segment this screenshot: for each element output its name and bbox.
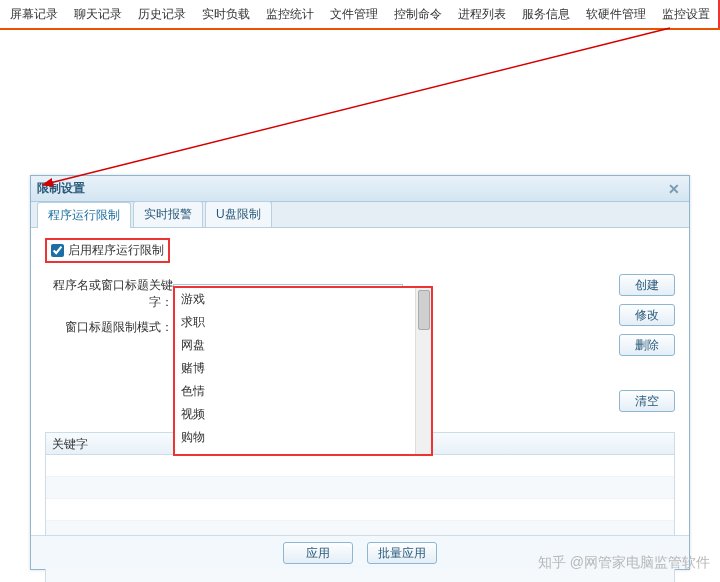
table-row[interactable] [46, 477, 674, 499]
top-menu-item[interactable]: 文件管理 [322, 0, 386, 28]
create-button[interactable]: 创建 [619, 274, 675, 296]
enable-checkbox-label: 启用程序运行限制 [68, 242, 164, 259]
mode-label: 窗口标题限制模式： [45, 319, 173, 336]
top-menu-item[interactable]: 历史记录 [130, 0, 194, 28]
side-buttons: 创建 修改 删除 清空 [619, 274, 675, 412]
enable-program-restrict-checkbox[interactable]: 启用程序运行限制 [45, 238, 170, 263]
top-menu-item[interactable]: 监控设置 [654, 0, 718, 28]
enable-checkbox-input[interactable] [51, 244, 64, 257]
dialog-title: 限制设置 [37, 180, 85, 197]
svg-line-0 [50, 28, 670, 183]
top-menu-item[interactable]: 屏幕记录 [2, 0, 66, 28]
dropdown-list: 游戏求职网盘赌博色情视频购物自定义... [175, 288, 415, 454]
delete-button[interactable]: 删除 [619, 334, 675, 356]
dropdown-item[interactable]: 赌博 [175, 357, 415, 380]
top-menu-item[interactable]: 控制命令 [386, 0, 450, 28]
dialog-tab[interactable]: 程序运行限制 [37, 202, 131, 228]
dropdown-item[interactable]: 色情 [175, 380, 415, 403]
dialog-content: 启用程序运行限制 程序名或窗口标题关键字： ▾ 窗口标题限制模式： 结 游戏求职… [31, 228, 689, 569]
clear-button[interactable]: 清空 [619, 390, 675, 412]
dropdown-item[interactable]: 网盘 [175, 334, 415, 357]
batch-apply-button[interactable]: 批量应用 [367, 542, 437, 564]
dropdown-item[interactable]: 购物 [175, 426, 415, 449]
dropdown-item[interactable]: 求职 [175, 311, 415, 334]
dropdown-item[interactable]: 自定义... [175, 449, 415, 454]
dropdown-item[interactable]: 视频 [175, 403, 415, 426]
table-row[interactable] [46, 499, 674, 521]
modify-button[interactable]: 修改 [619, 304, 675, 326]
top-menu-bar: 屏幕记录聊天记录历史记录实时负载监控统计文件管理控制命令进程列表服务信息软硬件管… [0, 0, 720, 30]
dropdown-scrollbar[interactable] [415, 288, 431, 454]
scrollbar-thumb[interactable] [418, 290, 430, 330]
dialog-titlebar: 限制设置 ✕ [31, 176, 689, 202]
table-row[interactable] [46, 455, 674, 477]
top-menu-item[interactable]: 监控统计 [258, 0, 322, 28]
top-menu-item[interactable]: 聊天记录 [66, 0, 130, 28]
top-menu-item[interactable]: 进程列表 [450, 0, 514, 28]
dialog-tab[interactable]: 实时报警 [133, 201, 203, 227]
top-menu-item[interactable]: 软硬件管理 [578, 0, 654, 28]
restrict-settings-dialog: 限制设置 ✕ 程序运行限制实时报警U盘限制 启用程序运行限制 程序名或窗口标题关… [30, 175, 690, 570]
top-menu-item[interactable]: 服务信息 [514, 0, 578, 28]
dialog-tabs: 程序运行限制实时报警U盘限制 [31, 202, 689, 228]
close-icon[interactable]: ✕ [665, 180, 683, 198]
dropdown-item[interactable]: 游戏 [175, 288, 415, 311]
keyword-dropdown: 游戏求职网盘赌博色情视频购物自定义... [173, 286, 433, 456]
apply-button[interactable]: 应用 [283, 542, 353, 564]
dialog-tab[interactable]: U盘限制 [205, 201, 272, 227]
keyword-label: 程序名或窗口标题关键字： [45, 277, 173, 311]
dialog-footer: 应用 批量应用 [31, 535, 689, 569]
top-menu-item[interactable]: 实时负载 [194, 0, 258, 28]
